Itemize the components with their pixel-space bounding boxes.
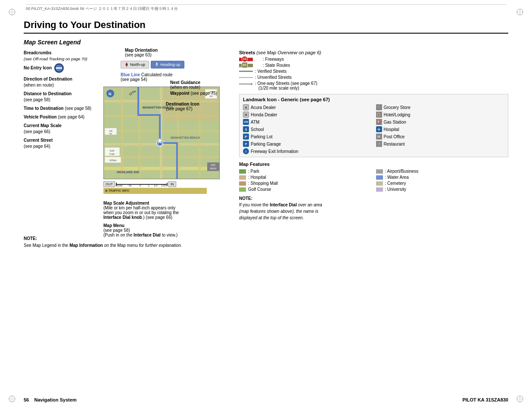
park-feature-row: : Park: [239, 169, 372, 174]
main-content: Driving to Your Destination Map Screen L…: [24, 19, 508, 389]
university-feature-row: : University: [376, 187, 509, 192]
destination-icon-label: Destination Icon: [166, 102, 199, 106]
golf-label: Golf Course: [248, 187, 271, 192]
landmark-acura-row: A Acura Dealer: [243, 104, 372, 110]
page: 00 PILOT_KA-31SZA830.book 56 ページ ２０１１年７月…: [0, 0, 532, 411]
direction-sub: (when en route): [24, 83, 54, 87]
airport-feature-row: : Airport/Business: [376, 169, 509, 174]
landmark-section: Landmark Icon - Generic (see page 67) A …: [239, 94, 508, 157]
water-label: : Water Area: [385, 175, 409, 180]
time-label: Time to Destination: [24, 106, 64, 111]
landmark-title: Landmark Icon - Generic (see page 67): [243, 97, 504, 102]
north-up-label: North-up: [130, 62, 145, 67]
hospital-feature-row: : Hospital: [239, 175, 372, 180]
landmark-school-row: S School: [243, 126, 372, 132]
map-scale-annotation: Current Map Scale (see page 66): [24, 123, 103, 135]
nav-label: Navigation System: [34, 397, 76, 402]
map-features-section: Map Features : Park : Airport/Business: [239, 162, 508, 192]
next-guidance-label: Next Guidance: [170, 80, 200, 85]
unverified-label: : Unverified Streets: [255, 75, 292, 80]
landmark-garage-row: P Parking Garage: [243, 141, 372, 147]
svg-text:1000: 1000: [117, 184, 123, 187]
landmark-restaurant-row: 🍴 Restaurant: [376, 141, 505, 147]
full-layout: Breadcrumbs (see Off-road Tracking on pa…: [24, 50, 508, 373]
oneway-streets-row: : One-way Streets (see page 67)(1/20 mil…: [239, 81, 508, 90]
oneway-label: : One-way Streets (see page 67)(1/20 mil…: [255, 81, 317, 90]
hotel-icon: 🏨: [376, 112, 382, 118]
gas-label: Gas Station: [384, 120, 406, 125]
page-number-area: 56 Navigation System: [24, 397, 77, 402]
blue-line-label: Blue Line: [121, 72, 140, 77]
acura-icon: A: [243, 104, 249, 110]
svg-rect-53: [167, 183, 168, 186]
landmark-freeway-exit-row: i Freeway Exit Information: [243, 148, 504, 154]
scale-adjustment-controls: OUT 1000 50 5 1 1/4 1/20 IN: [103, 181, 176, 187]
map-scale-adj-annotation: Map Scale Adjustment (Mile or km per hal…: [103, 201, 237, 220]
svg-text:50: 50: [129, 184, 132, 187]
current-street-label: Current Street: [24, 138, 53, 143]
svg-rect-51: [116, 184, 168, 185]
landmark-parking-row: P Parking Lot: [243, 134, 372, 140]
north-up-button[interactable]: North-up: [121, 61, 149, 68]
honda-label: Honda Dealer: [251, 112, 277, 117]
svg-text:MENU: MENU: [210, 167, 217, 170]
features-grid: : Park : Airport/Business : Hospital: [239, 169, 508, 192]
water-feature-row: : Water Area: [376, 175, 509, 180]
golf-feature-row: Golf Course: [239, 187, 372, 192]
scale-bar: 1000 50 5 1 1/4 1/20: [116, 182, 168, 187]
shopping-color: [239, 181, 246, 186]
heading-up-button[interactable]: Heading-up: [151, 61, 184, 68]
waypoint-annotation: Waypoint (see page 75): [170, 91, 217, 96]
section-title: Map Screen Legend: [24, 39, 508, 46]
svg-text:0:04: 0:04: [110, 149, 115, 152]
post-office-icon: ✉: [376, 134, 382, 140]
distance-sub: (see page 58): [24, 97, 50, 102]
verified-streets-row: : Verified Streets: [239, 69, 508, 74]
header-text: 00 PILOT_KA-31SZA830.book 56 ページ ２０１１年７月…: [26, 6, 178, 11]
cemetery-label: : Cemetery: [385, 181, 406, 186]
restaurant-label: Restaurant: [384, 142, 405, 146]
landmark-hotel-row: 🏨 Hotel/Lodging: [376, 112, 505, 118]
grocery-label: Grocery Store: [384, 105, 411, 110]
water-color: [376, 175, 383, 180]
breadcrumbs-annotation: Breadcrumbs (see Off-road Tracking on pa…: [24, 50, 103, 62]
traffic-text: ⊕ TRAFFIC INFO: [105, 189, 129, 193]
traffic-info-bar: ⊕ TRAFFIC INFO: [103, 188, 207, 194]
landmark-grocery-row: 🛒 Grocery Store: [376, 104, 505, 110]
time-annotation: Time to Destination (see page 58): [24, 106, 103, 112]
acura-label: Acura Dealer: [251, 105, 276, 110]
hospital-feat-label: : Hospital: [248, 175, 266, 180]
vehicle-label: Vehicle Position: [24, 115, 57, 119]
right-panel: Streets (see Map Overview on page 6) 10 …: [239, 50, 508, 221]
svg-rect-23: [121, 87, 123, 179]
shopping-feature-row: : Shopping Mall: [239, 181, 372, 186]
map-features-title: Map Features: [239, 162, 508, 167]
corner-mark-br: [516, 395, 524, 403]
waypoint-label: Waypoint: [170, 91, 190, 96]
freeway-exit-label: Freeway Exit Information: [251, 149, 299, 154]
hotel-label: Hotel/Lodging: [384, 112, 411, 117]
note-right: NOTE: If you move the Interface Dial ove…: [239, 195, 508, 221]
in-button[interactable]: IN: [168, 181, 176, 187]
map-orientation-annotation: Map Orientation (see page 63): [125, 48, 158, 57]
park-label: : Park: [248, 169, 259, 174]
note-right-title: NOTE:: [239, 195, 508, 202]
map-scale-label: Current Map Scale: [24, 123, 62, 128]
next-guidance-annotation: Next Guidance (when en route): [170, 80, 200, 90]
map-orientation-label: Map Orientation: [125, 48, 158, 53]
state-routes-row: 91 : State Routes: [239, 63, 508, 68]
breadcrumbs-sub: (see Off-road Tracking on page 70): [24, 56, 87, 61]
landmark-hospital-row: H Hospital: [376, 126, 505, 132]
landmark-grid: A Acura Dealer 🛒 Grocery Store H Honda D…: [243, 104, 504, 154]
post-office-label: Post Office: [384, 134, 405, 139]
direction-annotation: Direction of Destination (when en route): [24, 76, 103, 88]
cemetery-color: [376, 181, 383, 186]
gas-icon: ⛽: [376, 119, 382, 125]
landmark-atm-row: ATM ATM: [243, 119, 372, 125]
out-button[interactable]: OUT: [103, 181, 115, 187]
blue-line-annotation: Blue Line Calculated route (see page 54): [121, 72, 173, 82]
no-entry-annotation: No Entry Icon: [24, 63, 103, 73]
freeways-label: : Freeways: [263, 57, 284, 62]
atm-label: ATM: [251, 120, 259, 125]
landmark-honda-row: H Honda Dealer: [243, 112, 372, 118]
